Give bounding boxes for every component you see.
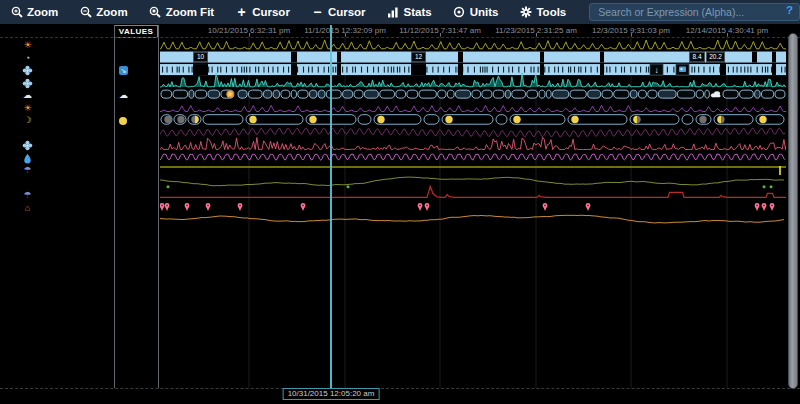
channel-row-uv-index[interactable]: ☀ (0, 102, 158, 115)
moon-full-icon (513, 116, 520, 123)
channel-row-dewpoint[interactable] (0, 177, 158, 190)
moon-full-icon (249, 116, 256, 123)
location-pin-icon (762, 203, 767, 211)
channel-label: ☀ (0, 41, 114, 50)
vertical-scrollbar[interactable] (788, 33, 798, 389)
location-pin-icon (301, 203, 306, 211)
toolbar-zoom-fit-button[interactable]: Zoom Fit (149, 6, 215, 19)
moon-half-left-icon (717, 116, 724, 123)
toolbar-remove-cursor-button[interactable]: −Cursor (311, 6, 366, 19)
location-pin-icon (238, 203, 243, 211)
channel-row-weather-conditions[interactable]: ☁☁ (0, 90, 158, 103)
channel-value (114, 117, 158, 125)
moon-gray-icon (177, 116, 184, 123)
channel-row-wind-gust[interactable] (0, 140, 158, 153)
channel-row-location[interactable]: ⌂ (0, 202, 158, 215)
bar-chart-icon (387, 6, 400, 19)
channel-row-updated-time[interactable]: ◔ (0, 52, 158, 65)
svg-text:20.2: 20.2 (709, 53, 722, 60)
zoom-in-icon (10, 6, 23, 19)
track-humidity (160, 154, 785, 160)
toolbar-units-button[interactable]: Units (453, 6, 499, 19)
channel-row-wind-speed[interactable] (0, 77, 158, 90)
channel-value: ☁ (114, 91, 158, 100)
dew-marker-dot (347, 185, 350, 188)
channel-row-precip-1hour[interactable]: ☂ (0, 165, 158, 178)
arrow-down-icon: ↓ (655, 66, 659, 75)
channel-row-solar-radiation[interactable]: ☀ (0, 40, 158, 53)
track-pressure (160, 215, 784, 223)
channel-label (0, 65, 114, 76)
location-pin-icon (160, 203, 164, 211)
location-pin-icon (755, 203, 760, 211)
track-solar-radiation (160, 40, 786, 49)
channel-label: ◔ (0, 54, 114, 63)
droplet-icon (21, 153, 34, 164)
toolbar-add-cursor-button[interactable]: +Cursor (235, 6, 290, 19)
wind-direction-arrow-icon: ↘ (119, 66, 128, 75)
cloud-value-icon: ☁ (119, 91, 128, 100)
toolbar-zoom-in-label: Zoom (27, 6, 58, 18)
channel-row-precip-today[interactable]: ☂ (0, 190, 158, 203)
wind-icon (21, 78, 34, 89)
moon-half-right-icon (191, 116, 198, 123)
track-uv-index (160, 105, 786, 111)
track-location (160, 203, 774, 211)
location-pin-icon (425, 203, 430, 211)
channel-list: ☀◔↘☁☁☀☽☂☂⌂ (0, 40, 158, 228)
help-link[interactable]: ? (786, 4, 793, 16)
values-chart-divider (158, 25, 159, 388)
toolbar-stats-button[interactable]: Stats (387, 6, 432, 19)
house-icon: ⌂ (21, 204, 34, 213)
circle-dot-icon (453, 6, 466, 19)
toolbar: ZoomZoomZoom Fit+Cursor−CursorStatsUnits… (0, 0, 800, 24)
moon-gray-icon (164, 116, 171, 123)
channel-value: ↘ (114, 66, 158, 75)
track-dewpoint (160, 177, 784, 188)
search-input[interactable] (589, 3, 800, 21)
channel-row-pressure[interactable] (0, 215, 158, 228)
channel-label (0, 78, 114, 89)
location-pin-icon (770, 203, 775, 211)
track-moon-phase (161, 115, 784, 125)
toolbar-zoom-out-button[interactable]: Zoom (79, 6, 127, 19)
svg-text:10: 10 (197, 53, 205, 60)
cloud-icon: ☁ (21, 91, 34, 100)
moon-full-icon (759, 116, 766, 123)
location-pin-icon (543, 203, 548, 211)
toolbar-units-label: Units (470, 6, 499, 18)
wind-icon (21, 140, 34, 151)
wind-icon (21, 65, 34, 76)
toolbar-tools-button[interactable]: Tools (519, 6, 566, 19)
channel-label: ☀ (0, 104, 114, 113)
channel-row-temperature[interactable] (0, 127, 158, 140)
location-pin-icon (185, 203, 190, 211)
zoom-fit-icon (149, 6, 162, 19)
umbrella-icon: ☂ (21, 166, 34, 175)
location-pin-icon (418, 203, 423, 211)
chart-canvas[interactable]: 10128.420.2↓ (160, 36, 786, 388)
channel-label (0, 153, 114, 164)
track-temperature (160, 128, 785, 137)
sun-icon: ☀ (21, 41, 34, 50)
channel-row-moon-phase[interactable]: ☽ (0, 115, 158, 128)
channel-label (0, 140, 114, 151)
channel-row-wind-direction[interactable]: ↘ (0, 65, 158, 78)
plot-bottom-border (0, 388, 800, 389)
umbrella-icon: ☂ (21, 191, 34, 200)
moon-half-left-icon (633, 116, 640, 123)
gridlines (249, 36, 727, 388)
channel-label: ☂ (0, 191, 114, 200)
track-weather-conditions (161, 90, 785, 98)
track-wind-gust (160, 137, 786, 149)
channel-row-humidity[interactable] (0, 152, 158, 165)
channel-label: ☂ (0, 166, 114, 175)
moon-full-icon (309, 116, 316, 123)
track-wind-direction: ↓ (160, 64, 786, 75)
moon-full-icon (571, 116, 578, 123)
channel-label: ☁ (0, 91, 114, 100)
toolbar-zoom-in-button[interactable]: Zoom (10, 6, 58, 19)
clock-icon: ◔ (21, 54, 34, 63)
cursor-line[interactable] (330, 25, 332, 388)
zoom-out-icon (79, 6, 92, 19)
